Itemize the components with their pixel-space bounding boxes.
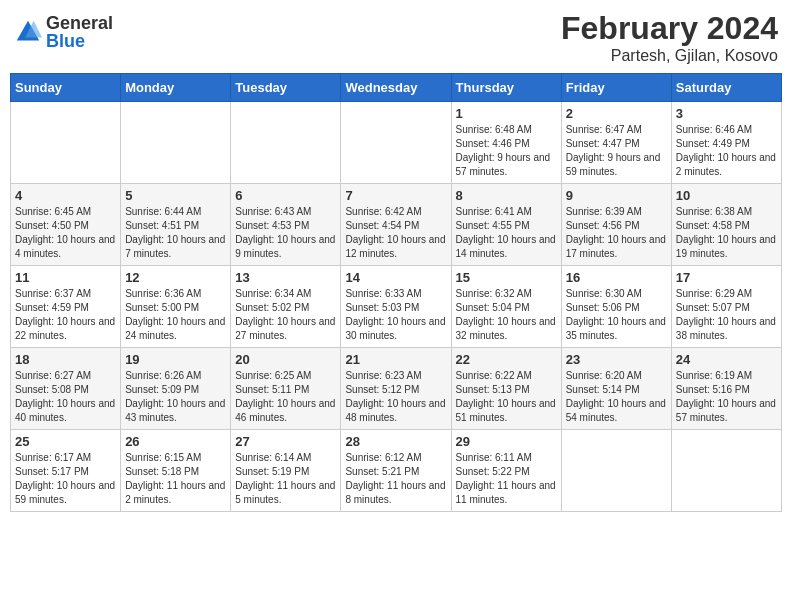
calendar-body: 1Sunrise: 6:48 AM Sunset: 4:46 PM Daylig…: [11, 102, 782, 512]
day-number: 9: [566, 188, 667, 203]
calendar-cell: 12Sunrise: 6:36 AM Sunset: 5:00 PM Dayli…: [121, 266, 231, 348]
day-number: 4: [15, 188, 116, 203]
day-info: Sunrise: 6:46 AM Sunset: 4:49 PM Dayligh…: [676, 123, 777, 179]
calendar-cell: [121, 102, 231, 184]
day-number: 25: [15, 434, 116, 449]
day-info: Sunrise: 6:33 AM Sunset: 5:03 PM Dayligh…: [345, 287, 446, 343]
day-info: Sunrise: 6:14 AM Sunset: 5:19 PM Dayligh…: [235, 451, 336, 507]
day-info: Sunrise: 6:37 AM Sunset: 4:59 PM Dayligh…: [15, 287, 116, 343]
calendar-week-3: 11Sunrise: 6:37 AM Sunset: 4:59 PM Dayli…: [11, 266, 782, 348]
calendar-cell: [341, 102, 451, 184]
calendar-cell: 26Sunrise: 6:15 AM Sunset: 5:18 PM Dayli…: [121, 430, 231, 512]
day-number: 22: [456, 352, 557, 367]
logo-general: General: [46, 14, 113, 32]
day-number: 17: [676, 270, 777, 285]
day-number: 1: [456, 106, 557, 121]
calendar-cell: 5Sunrise: 6:44 AM Sunset: 4:51 PM Daylig…: [121, 184, 231, 266]
day-number: 15: [456, 270, 557, 285]
day-number: 23: [566, 352, 667, 367]
calendar-cell: 16Sunrise: 6:30 AM Sunset: 5:06 PM Dayli…: [561, 266, 671, 348]
logo-icon: [14, 18, 42, 46]
logo-text: General Blue: [46, 14, 113, 50]
calendar-cell: 3Sunrise: 6:46 AM Sunset: 4:49 PM Daylig…: [671, 102, 781, 184]
calendar-cell: 11Sunrise: 6:37 AM Sunset: 4:59 PM Dayli…: [11, 266, 121, 348]
column-header-wednesday: Wednesday: [341, 74, 451, 102]
calendar-cell: 7Sunrise: 6:42 AM Sunset: 4:54 PM Daylig…: [341, 184, 451, 266]
column-header-sunday: Sunday: [11, 74, 121, 102]
logo-blue: Blue: [46, 32, 113, 50]
column-header-thursday: Thursday: [451, 74, 561, 102]
day-number: 29: [456, 434, 557, 449]
day-number: 26: [125, 434, 226, 449]
day-info: Sunrise: 6:12 AM Sunset: 5:21 PM Dayligh…: [345, 451, 446, 507]
calendar-cell: 29Sunrise: 6:11 AM Sunset: 5:22 PM Dayli…: [451, 430, 561, 512]
calendar-cell: 2Sunrise: 6:47 AM Sunset: 4:47 PM Daylig…: [561, 102, 671, 184]
calendar-cell: 18Sunrise: 6:27 AM Sunset: 5:08 PM Dayli…: [11, 348, 121, 430]
calendar-cell: [11, 102, 121, 184]
title-block: February 2024 Partesh, Gjilan, Kosovo: [561, 10, 778, 65]
day-number: 13: [235, 270, 336, 285]
day-info: Sunrise: 6:48 AM Sunset: 4:46 PM Dayligh…: [456, 123, 557, 179]
logo: General Blue: [14, 14, 113, 50]
day-info: Sunrise: 6:25 AM Sunset: 5:11 PM Dayligh…: [235, 369, 336, 425]
day-info: Sunrise: 6:32 AM Sunset: 5:04 PM Dayligh…: [456, 287, 557, 343]
day-info: Sunrise: 6:11 AM Sunset: 5:22 PM Dayligh…: [456, 451, 557, 507]
calendar-cell: 9Sunrise: 6:39 AM Sunset: 4:56 PM Daylig…: [561, 184, 671, 266]
calendar-cell: [561, 430, 671, 512]
calendar-cell: 4Sunrise: 6:45 AM Sunset: 4:50 PM Daylig…: [11, 184, 121, 266]
day-info: Sunrise: 6:42 AM Sunset: 4:54 PM Dayligh…: [345, 205, 446, 261]
column-header-saturday: Saturday: [671, 74, 781, 102]
day-number: 24: [676, 352, 777, 367]
day-info: Sunrise: 6:39 AM Sunset: 4:56 PM Dayligh…: [566, 205, 667, 261]
calendar-week-5: 25Sunrise: 6:17 AM Sunset: 5:17 PM Dayli…: [11, 430, 782, 512]
day-info: Sunrise: 6:27 AM Sunset: 5:08 PM Dayligh…: [15, 369, 116, 425]
day-info: Sunrise: 6:22 AM Sunset: 5:13 PM Dayligh…: [456, 369, 557, 425]
page-title: February 2024: [561, 10, 778, 47]
calendar-cell: 1Sunrise: 6:48 AM Sunset: 4:46 PM Daylig…: [451, 102, 561, 184]
calendar-cell: 14Sunrise: 6:33 AM Sunset: 5:03 PM Dayli…: [341, 266, 451, 348]
calendar-cell: 8Sunrise: 6:41 AM Sunset: 4:55 PM Daylig…: [451, 184, 561, 266]
calendar-week-2: 4Sunrise: 6:45 AM Sunset: 4:50 PM Daylig…: [11, 184, 782, 266]
day-info: Sunrise: 6:30 AM Sunset: 5:06 PM Dayligh…: [566, 287, 667, 343]
day-info: Sunrise: 6:19 AM Sunset: 5:16 PM Dayligh…: [676, 369, 777, 425]
day-info: Sunrise: 6:44 AM Sunset: 4:51 PM Dayligh…: [125, 205, 226, 261]
calendar-cell: 21Sunrise: 6:23 AM Sunset: 5:12 PM Dayli…: [341, 348, 451, 430]
column-header-monday: Monday: [121, 74, 231, 102]
calendar-cell: [671, 430, 781, 512]
page-subtitle: Partesh, Gjilan, Kosovo: [561, 47, 778, 65]
day-info: Sunrise: 6:17 AM Sunset: 5:17 PM Dayligh…: [15, 451, 116, 507]
calendar-cell: 15Sunrise: 6:32 AM Sunset: 5:04 PM Dayli…: [451, 266, 561, 348]
day-number: 14: [345, 270, 446, 285]
day-info: Sunrise: 6:34 AM Sunset: 5:02 PM Dayligh…: [235, 287, 336, 343]
day-number: 10: [676, 188, 777, 203]
column-header-tuesday: Tuesday: [231, 74, 341, 102]
day-number: 12: [125, 270, 226, 285]
day-info: Sunrise: 6:36 AM Sunset: 5:00 PM Dayligh…: [125, 287, 226, 343]
day-number: 19: [125, 352, 226, 367]
page-header: General Blue February 2024 Partesh, Gjil…: [10, 10, 782, 65]
calendar-cell: 13Sunrise: 6:34 AM Sunset: 5:02 PM Dayli…: [231, 266, 341, 348]
calendar-cell: 19Sunrise: 6:26 AM Sunset: 5:09 PM Dayli…: [121, 348, 231, 430]
day-number: 11: [15, 270, 116, 285]
calendar-cell: 27Sunrise: 6:14 AM Sunset: 5:19 PM Dayli…: [231, 430, 341, 512]
calendar-week-4: 18Sunrise: 6:27 AM Sunset: 5:08 PM Dayli…: [11, 348, 782, 430]
day-info: Sunrise: 6:41 AM Sunset: 4:55 PM Dayligh…: [456, 205, 557, 261]
calendar-cell: [231, 102, 341, 184]
column-header-friday: Friday: [561, 74, 671, 102]
day-number: 20: [235, 352, 336, 367]
day-number: 27: [235, 434, 336, 449]
calendar-cell: 20Sunrise: 6:25 AM Sunset: 5:11 PM Dayli…: [231, 348, 341, 430]
day-number: 18: [15, 352, 116, 367]
day-number: 8: [456, 188, 557, 203]
calendar-cell: 10Sunrise: 6:38 AM Sunset: 4:58 PM Dayli…: [671, 184, 781, 266]
calendar-cell: 25Sunrise: 6:17 AM Sunset: 5:17 PM Dayli…: [11, 430, 121, 512]
day-number: 6: [235, 188, 336, 203]
day-info: Sunrise: 6:29 AM Sunset: 5:07 PM Dayligh…: [676, 287, 777, 343]
calendar-header-row: SundayMondayTuesdayWednesdayThursdayFrid…: [11, 74, 782, 102]
day-info: Sunrise: 6:45 AM Sunset: 4:50 PM Dayligh…: [15, 205, 116, 261]
day-info: Sunrise: 6:38 AM Sunset: 4:58 PM Dayligh…: [676, 205, 777, 261]
day-info: Sunrise: 6:20 AM Sunset: 5:14 PM Dayligh…: [566, 369, 667, 425]
calendar-header: SundayMondayTuesdayWednesdayThursdayFrid…: [11, 74, 782, 102]
day-info: Sunrise: 6:47 AM Sunset: 4:47 PM Dayligh…: [566, 123, 667, 179]
day-number: 21: [345, 352, 446, 367]
